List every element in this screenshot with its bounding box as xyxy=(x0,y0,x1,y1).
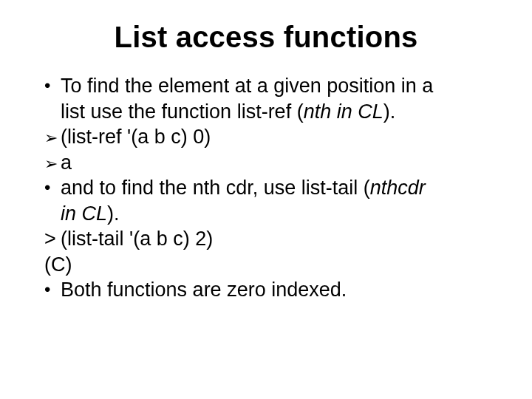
gt-line-5: > (list-tail '(a b c) 2) xyxy=(44,226,488,252)
text-line-4a: and to find the nth cdr, use list-tail (… xyxy=(61,175,488,201)
bullet-line-4: • and to find the nth cdr, use list-tail… xyxy=(44,175,488,201)
bullet-line-1-cont: list use the function list-ref (nth in C… xyxy=(44,99,488,125)
text-line-4b-tail: ). xyxy=(107,202,120,225)
arrow-line-3: ➢ a xyxy=(44,150,488,176)
bullet-dot-icon: • xyxy=(44,277,61,302)
text-line-4a-plain: and to find the nth cdr, use list-tail ( xyxy=(61,177,370,199)
text-line-1a: To find the element at a given position … xyxy=(61,73,488,99)
paren-line-6: (C) xyxy=(44,252,488,278)
text-line-1b-tail: ). xyxy=(383,100,396,123)
text-line-4a-ital: nthcdr xyxy=(370,177,426,199)
slide: List access functions • To find the elem… xyxy=(0,0,532,399)
bullet-line-4-cont: in CL). xyxy=(44,201,488,227)
text-line-5: (list-tail '(a b c) 2) xyxy=(61,226,488,252)
arrow-line-2: ➢ (list-ref '(a b c) 0) xyxy=(44,124,488,150)
slide-body: • To find the element at a given positio… xyxy=(44,73,488,303)
text-line-3: a xyxy=(61,150,488,176)
text-line-6: (C) xyxy=(44,252,488,278)
bullet-line-1: • To find the element at a given positio… xyxy=(44,73,488,99)
gt-icon: > xyxy=(44,226,61,252)
slide-title: List access functions xyxy=(44,21,488,54)
text-line-1b-plain: list use the function list-ref ( xyxy=(61,100,304,123)
text-line-2: (list-ref '(a b c) 0) xyxy=(61,124,488,150)
bullet-dot-icon: • xyxy=(44,175,61,200)
text-line-7: Both functions are zero indexed. xyxy=(61,277,488,303)
arrow-icon: ➢ xyxy=(44,126,61,150)
bullet-dot-icon: • xyxy=(44,73,61,98)
text-line-4b-ital: in CL xyxy=(61,202,107,225)
text-line-1b-ital: nth in CL xyxy=(304,100,383,123)
arrow-icon: ➢ xyxy=(44,151,61,176)
bullet-line-7: • Both functions are zero indexed. xyxy=(44,277,488,303)
